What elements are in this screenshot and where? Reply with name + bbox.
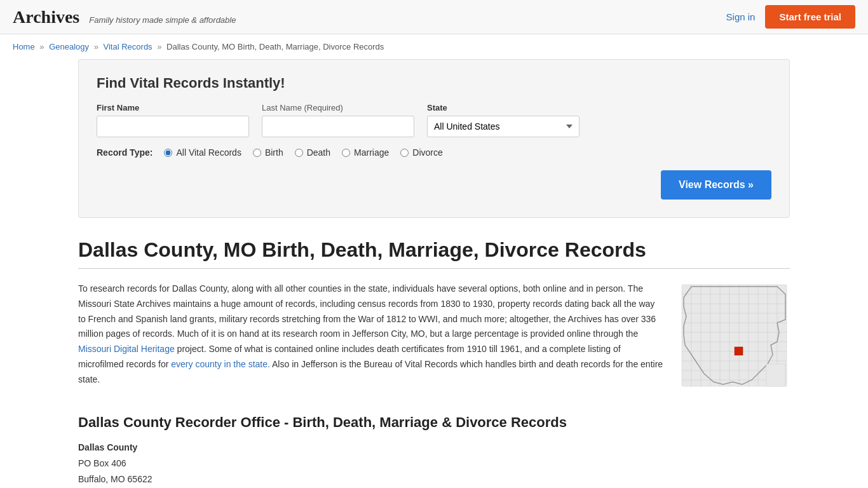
radio-all-vital[interactable]: All Vital Records <box>164 147 241 158</box>
state-group: State All United States <box>427 103 580 137</box>
radio-birth-input[interactable] <box>253 149 261 157</box>
site-logo: Archives Family history made simple & af… <box>13 7 236 27</box>
address-name: Dallas County <box>78 442 137 452</box>
last-name-input[interactable] <box>262 116 414 137</box>
radio-divorce-input[interactable] <box>400 149 409 157</box>
search-form-title: Find Vital Records Instantly! <box>97 75 771 92</box>
radio-death[interactable]: Death <box>295 147 330 158</box>
map-container <box>679 281 790 391</box>
logo-area: Archives Family history made simple & af… <box>13 7 236 27</box>
last-name-required: (Required) <box>304 103 343 112</box>
title-divider <box>78 268 790 269</box>
radio-all-vital-label: All Vital Records <box>176 147 241 158</box>
breadcrumb-sep-2: » <box>94 42 98 51</box>
last-name-group: Last Name (Required) <box>262 103 414 137</box>
every-county-link[interactable]: every county in the state. <box>171 359 270 369</box>
search-fields-row: First Name Last Name (Required) State Al… <box>97 103 771 137</box>
address-block: Dallas County PO Box 406 Buffalo, MO 656… <box>78 440 790 488</box>
radio-divorce-label: Divorce <box>412 147 442 158</box>
radio-death-input[interactable] <box>295 149 303 157</box>
page-title: Dallas County, MO Birth, Death, Marriage… <box>78 238 790 262</box>
breadcrumb-sep-1: » <box>39 42 44 51</box>
state-select[interactable]: All United States <box>427 116 580 137</box>
svg-rect-22 <box>766 364 785 386</box>
body-text-1: To research records for Dallas County, a… <box>78 283 656 339</box>
radio-divorce[interactable]: Divorce <box>400 147 442 158</box>
radio-birth[interactable]: Birth <box>253 147 283 158</box>
breadcrumb-sep-3: » <box>157 42 161 51</box>
breadcrumb: Home » Genealogy » Vital Records » Dalla… <box>0 34 868 59</box>
record-type-row: Record Type: All Vital Records Birth Dea… <box>97 147 771 158</box>
record-type-label: Record Type: <box>97 147 153 158</box>
radio-marriage-label: Marriage <box>354 147 389 158</box>
state-label: State <box>427 103 580 112</box>
breadcrumb-genealogy[interactable]: Genealogy <box>49 42 89 51</box>
breadcrumb-current: Dallas County, MO Birth, Death, Marriage… <box>166 42 384 51</box>
radio-marriage[interactable]: Marriage <box>342 147 389 158</box>
radio-birth-label: Birth <box>265 147 283 158</box>
start-trial-button[interactable]: Start free trial <box>765 5 855 29</box>
sign-in-link[interactable]: Sign in <box>726 11 756 22</box>
content-body-text: To research records for Dallas County, a… <box>78 281 663 391</box>
section2-heading: Dallas County Recorder Office - Birth, D… <box>78 414 790 431</box>
content-section: To research records for Dallas County, a… <box>78 281 790 391</box>
radio-marriage-input[interactable] <box>342 149 350 157</box>
first-name-group: First Name <box>97 103 249 137</box>
radio-death-label: Death <box>307 147 330 158</box>
logo-tagline: Family history made simple & affordable <box>89 15 236 25</box>
breadcrumb-vital-records[interactable]: Vital Records <box>104 42 153 51</box>
missouri-map <box>679 281 790 390</box>
first-name-label: First Name <box>97 103 249 112</box>
view-records-button[interactable]: View Records » <box>661 170 771 200</box>
search-btn-row: View Records » <box>97 170 771 200</box>
main-content: Find Vital Records Instantly! First Name… <box>65 59 803 488</box>
first-name-input[interactable] <box>97 116 249 137</box>
search-form-container: Find Vital Records Instantly! First Name… <box>78 59 790 218</box>
logo-archives-text: Archives <box>13 7 79 27</box>
body-paragraph-1: To research records for Dallas County, a… <box>78 281 663 388</box>
breadcrumb-home[interactable]: Home <box>13 42 35 51</box>
svg-rect-21 <box>735 347 743 355</box>
header-actions: Sign in Start free trial <box>726 5 855 29</box>
address-line2: Buffalo, MO 65622 <box>78 471 790 487</box>
radio-all-vital-input[interactable] <box>164 149 172 157</box>
address-line1: PO Box 406 <box>78 456 790 471</box>
site-header: Archives Family history made simple & af… <box>0 0 868 34</box>
last-name-label: Last Name (Required) <box>262 103 414 112</box>
missouri-digital-heritage-link[interactable]: Missouri Digital Heritage <box>78 344 175 354</box>
